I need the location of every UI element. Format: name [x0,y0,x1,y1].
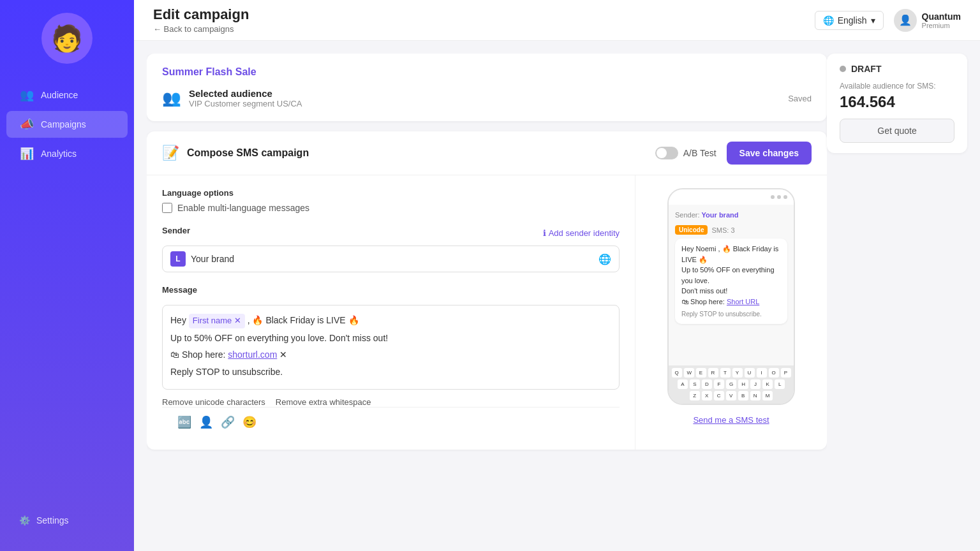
preview-unsub: Reply STOP to unsubscribe. [681,309,781,319]
key-a: A [678,379,688,389]
ab-test-toggle[interactable]: A/B Test [655,147,716,159]
add-sender-label: Add sender identity [549,228,620,238]
compose-left-panel: Language options Enable multi-language m… [147,175,635,450]
msg-url-x: ✕ [279,349,287,360]
sidebar-item-analytics[interactable]: 📊 Analytics [6,140,128,167]
compose-card: 📝 Compose SMS campaign A/B Test Save cha… [147,131,827,450]
signal-dot-2 [777,195,781,199]
toolbar-emoji-icon[interactable]: 😊 [242,415,256,429]
compose-body: Language options Enable multi-language m… [147,175,827,450]
msg-line-3: 🛍 Shop here: shorturl.com ✕ [170,348,611,362]
avatar-icon: 🧑 [51,24,83,54]
main-content: Edit campaign ← Back to campaigns 🌐 Engl… [134,0,980,551]
message-box[interactable]: Hey First name ✕ , 🔥 Black Friday is LIV… [162,305,620,390]
sidebar-item-label-audience: Audience [41,90,78,100]
sidebar: 🧑 👥 Audience 📣 Campaigns 📊 Analytics ⚙️ … [0,0,134,551]
user-info[interactable]: 👤 Quantum Premium [894,9,961,32]
preview-line-3: Don't miss out! [681,286,781,297]
compose-right-panel: Sender: Your brand Unicode SMS: 3 Hey No… [635,175,827,450]
key-p: P [781,368,791,378]
sender-globe-icon[interactable]: 🌐 [598,253,611,265]
ab-test-switch[interactable] [655,147,678,159]
phone-sender-label: Sender: Your brand [675,211,787,219]
settings-icon: ⚙️ [19,515,30,525]
remove-unicode-btn[interactable]: Remove unicode characters [162,397,265,407]
language-section-label: Language options [162,188,620,198]
key-s: S [690,379,700,389]
preview-line-4: 🛍 Shop here: Short URL [681,297,781,307]
back-to-campaigns-link[interactable]: ← Back to campaigns [153,24,249,34]
settings-label: Settings [36,515,69,525]
keyboard-row-3: Z X C V B N M [672,391,790,400]
sidebar-nav: 👥 Audience 📣 Campaigns 📊 Analytics [0,82,134,167]
sidebar-item-label-analytics: Analytics [41,149,77,159]
multilang-checkbox[interactable] [162,203,172,213]
sidebar-settings[interactable]: ⚙️ Settings [6,509,128,532]
sidebar-bottom: ⚙️ Settings [0,503,134,538]
audience-count-label: Available audience for SMS: [840,82,954,91]
key-r: R [708,368,718,378]
sender-section-label: Sender [162,226,190,235]
user-name: Quantum [922,11,961,22]
key-f: F [714,379,724,389]
user-avatar: 👤 [894,9,917,32]
status-row: DRAFT [840,64,954,74]
signal-dot-3 [783,195,787,199]
key-y: Y [732,368,743,378]
key-w: W [684,368,694,378]
msg-line-1: Hey First name ✕ , 🔥 Black Friday is LIV… [170,313,611,328]
stats-panel: DRAFT Available audience for SMS: 164.56… [827,54,967,538]
info-icon: ℹ [543,228,546,238]
key-z: Z [690,391,700,400]
key-m: M [762,391,773,400]
keyboard-row-1: Q W E R T Y U I O P [672,368,790,378]
top-bar: Edit campaign ← Back to campaigns 🌐 Engl… [134,0,980,41]
user-avatar-icon: 👤 [899,14,912,26]
audience-icon-main: 👥 [162,89,181,107]
content-area: Summer Flash Sale 👥 Selected audience VI… [134,41,980,551]
key-v: V [726,391,736,400]
compose-title-area: 📝 Compose SMS campaign [162,145,309,161]
toolbar-personalize-icon[interactable]: 👤 [199,415,213,429]
compose-actions: A/B Test Save changes [655,142,812,165]
stats-card: DRAFT Available audience for SMS: 164.56… [827,54,967,153]
msg-line-2: Up to 50% OFF on everything you love. Do… [170,331,611,345]
multilang-label: Enable multi-language messages [177,203,309,213]
phone-bubble: Hey Noemi , 🔥 Black Friday is LIVE 🔥 Up … [675,239,787,324]
language-selector[interactable]: 🌐 English ▾ [815,11,884,30]
sender-letter-badge: L [170,251,186,267]
campaign-name-card: Summer Flash Sale 👥 Selected audience VI… [147,54,827,121]
phone-preview: Sender: Your brand Unicode SMS: 3 Hey No… [667,188,795,405]
key-o: O [769,368,779,378]
preview-line-1: Hey Noemi , 🔥 Black Friday is LIVE 🔥 [681,244,781,265]
preview-line-2: Up to 50% OFF on everything you love. [681,265,781,286]
sender-field[interactable]: L Your brand 🌐 [162,246,620,272]
status-label: DRAFT [851,64,881,74]
key-c: C [714,391,724,400]
toolbar-link-icon[interactable]: 🔗 [221,415,235,429]
key-d: D [702,379,712,389]
audience-icon: 👥 [19,88,34,102]
remove-whitespace-btn[interactable]: Remove extra whitespace [276,397,371,407]
key-u: U [745,368,755,378]
toolbar-text-icon[interactable]: 🔤 [177,415,191,429]
short-url-link[interactable]: shorturl.com [228,349,277,360]
compose-title: Compose SMS campaign [187,147,309,159]
audience-info: Selected audience VIP Customer segment U… [189,88,780,108]
user-details: Quantum Premium [922,11,961,29]
multilang-checkbox-row[interactable]: Enable multi-language messages [162,203,620,213]
key-l: L [775,379,785,389]
phone-badge-row: Unicode SMS: 3 [675,225,787,235]
sidebar-item-audience[interactable]: 👥 Audience [6,82,128,108]
msg-hey-text: Hey [170,315,189,325]
send-sms-test-button[interactable]: Send me a SMS test [693,415,769,425]
audience-count: 164.564 [840,93,954,111]
save-changes-button[interactable]: Save changes [727,142,812,165]
phone-keyboard: Q W E R T Y U I O P [669,365,794,404]
unicode-badge: Unicode [675,225,708,235]
msg-options: Remove unicode characters Remove extra w… [162,397,620,407]
phone-status-bar [669,189,794,205]
add-sender-link[interactable]: ℹ Add sender identity [543,228,620,238]
get-quote-button[interactable]: Get quote [840,119,954,143]
sidebar-item-campaigns[interactable]: 📣 Campaigns [6,111,128,138]
